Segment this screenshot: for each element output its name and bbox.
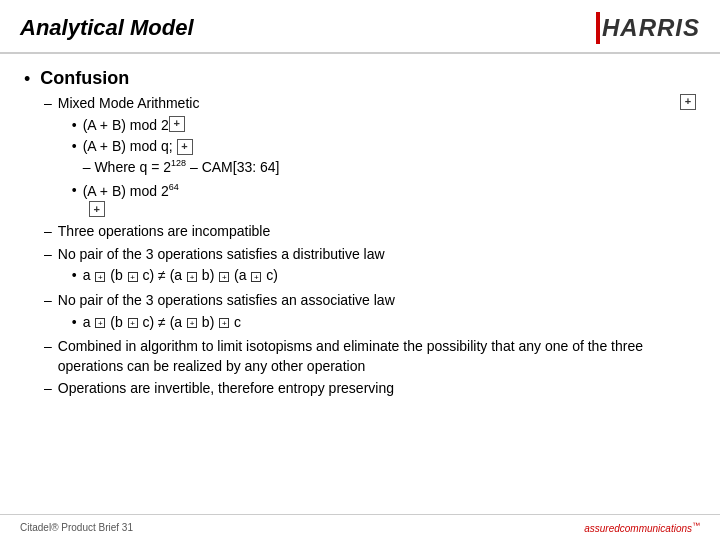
dash-6: – (44, 379, 52, 399)
plus-box-2: + (177, 139, 193, 155)
box-op-1: + (95, 272, 105, 282)
distributive-item: – No pair of the 3 operations satisfies … (44, 245, 696, 288)
sub-list: – Mixed Mode Arithmetic + • (A + B) mod … (44, 94, 696, 399)
mixed-mode-label: Mixed Mode Arithmetic (58, 94, 200, 114)
combined-item: – Combined in algorithm to limit isotopi… (44, 337, 696, 376)
logo-container: HARRIS (590, 12, 700, 44)
mod64-text: (A + B) mod 264 + (83, 181, 179, 217)
distributive-label: No pair of the 3 operations satisfies a … (58, 246, 385, 262)
associative-sub: • a + (b + c) ≠ (a + b) + c (72, 313, 395, 333)
plus-box-3: + (89, 201, 105, 217)
associative-content: No pair of the 3 operations satisfies an… (58, 291, 395, 334)
box-op-2: + (128, 272, 138, 282)
bullet-dot: • (24, 69, 30, 90)
dash-5: – (44, 337, 52, 357)
distributive-content: No pair of the 3 operations satisfies a … (58, 245, 385, 288)
box-op-7: + (128, 318, 138, 328)
associative-label: No pair of the 3 operations satisfies an… (58, 292, 395, 308)
logo-text: HARRIS (602, 14, 700, 42)
box-op-8: + (187, 318, 197, 328)
main-content: • Confusion – Mixed Mode Arithmetic + • … (0, 54, 720, 412)
associative-item: – No pair of the 3 operations satisfies … (44, 291, 696, 334)
footer-left: Citadel® Product Brief 31 (20, 522, 133, 533)
modq-item: • (A + B) mod q; + – Where q = 2128 – CA… (72, 137, 696, 179)
dash-4: – (44, 291, 52, 311)
confusion-label: Confusion (40, 68, 129, 89)
sub-bullet-2: • (72, 137, 77, 157)
invertible-item: – Operations are invertible, therefore e… (44, 379, 696, 399)
incompatible-label: Three operations are incompatible (58, 222, 270, 242)
page-title: Analytical Model (20, 15, 194, 41)
mod2-item: • (A + B) mod 2 + (72, 116, 696, 136)
dash-2: – (44, 222, 52, 242)
associative-eq: • a + (b + c) ≠ (a + b) + c (72, 313, 395, 333)
page-header: Analytical Model HARRIS (0, 0, 720, 54)
plus-right-1: + (680, 94, 696, 110)
dash-3: – (44, 245, 52, 265)
box-op-6: + (95, 318, 105, 328)
distributive-eq-text: a + (b + c) ≠ (a + b) + (a + c) (83, 266, 278, 286)
logo-bar (596, 12, 600, 44)
box-op-4: + (219, 272, 229, 282)
distributive-sub: • a + (b + c) ≠ (a + b) + (a + c) (72, 266, 385, 286)
invertible-label: Operations are invertible, therefore ent… (58, 379, 394, 399)
incompatible-item: – Three operations are incompatible (44, 222, 696, 242)
box-op-5: + (251, 272, 261, 282)
confusion-item: • Confusion (24, 68, 696, 90)
mixed-mode-content: Mixed Mode Arithmetic + • (A + B) mod 2 … (58, 94, 696, 219)
sub-bullet-3: • (72, 181, 77, 201)
box-op-3: + (187, 272, 197, 282)
mod2-text: (A + B) mod 2 + (83, 116, 185, 136)
combined-label: Combined in algorithm to limit isotopism… (58, 337, 696, 376)
harris-logo: HARRIS (590, 12, 700, 44)
page-footer: Citadel® Product Brief 31 assuredcommuni… (0, 514, 720, 540)
footer-right: assuredcommunications™ (584, 521, 700, 534)
sub-bullet-1: • (72, 116, 77, 136)
modq-sub: – Where q = 2128 – CAM[33: 64] (83, 157, 280, 177)
mixed-mode-sub-list: • (A + B) mod 2 + • (A + B) mod q; (72, 116, 696, 218)
trademark-symbol: ™ (692, 521, 700, 530)
dash-icon: – (44, 94, 52, 114)
mod64-item: • (A + B) mod 264 + (72, 181, 696, 217)
plus-box-1: + (169, 116, 185, 132)
modq-text: (A + B) mod q; (83, 137, 173, 157)
associative-eq-text: a + (b + c) ≠ (a + b) + c (83, 313, 241, 333)
mixed-mode-item: – Mixed Mode Arithmetic + • (A + B) mod … (44, 94, 696, 219)
footer-brand: assuredcommunications (584, 523, 692, 534)
box-op-9: + (219, 318, 229, 328)
modq-content: (A + B) mod q; + – Where q = 2128 – CAM[… (83, 137, 280, 179)
distributive-eq: • a + (b + c) ≠ (a + b) + (a + c) (72, 266, 385, 286)
